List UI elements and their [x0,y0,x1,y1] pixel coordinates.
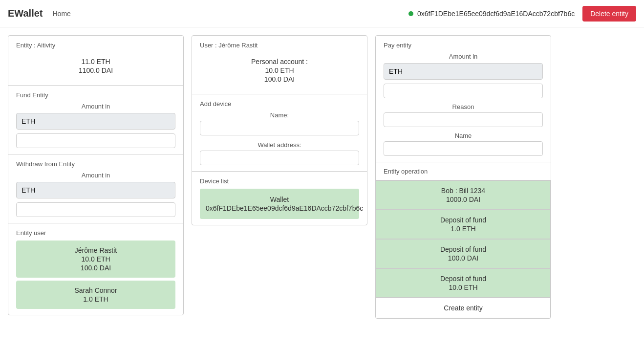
wallet-address-label: Wallet address: [200,141,359,149]
op-line1: Bob : Bill 1234 [381,187,545,195]
header: EWallet Home 0x6fF1DEbe1E65ee09dcf6d9aE1… [0,0,644,27]
list-item[interactable]: Deposit of fund 1.0 ETH [376,210,551,239]
left-panel: Entity : Aitivity 11.0 ETH 1100.0 DAI Fu… [8,35,184,315]
list-item[interactable]: Jérôme Rastit 10.0 ETH 100.0 DAI [16,241,175,278]
entity-eth-value: 11.0 ETH [16,58,175,66]
user-dai-value: 100.0 DAI [200,75,359,83]
entity-user-title: Entity user [16,229,175,237]
list-item[interactable]: Deposit of fund 10.0 ETH [376,268,551,298]
reason-input[interactable] [384,112,543,127]
entity-section: Entity : Aitivity 11.0 ETH 1100.0 DAI [8,36,183,86]
list-item[interactable]: Sarah Connor 1.0 ETH [16,281,175,309]
user-name: Sarah Connor [21,286,171,294]
op-line2: 10.0 ETH [381,284,545,291]
wallet-address-input[interactable] [200,151,359,165]
op-line2: 100.0 DAI [381,254,545,262]
list-item[interactable]: Deposit of fund 100.0 DAI [376,239,551,268]
fund-amount-input[interactable] [16,133,175,148]
device-name-input[interactable] [200,121,359,135]
entity-op-title: Entity operation [384,168,428,175]
personal-account-label: Personal account : [200,58,359,66]
op-line2: 1.0 ETH [381,225,545,233]
reason-label: Reason [384,103,543,110]
user-dai: 100.0 DAI [21,264,171,272]
entity-operation-section: Entity operation Bob : Bill 1234 1000.0 … [376,162,551,318]
operation-list: Bob : Bill 1234 1000.0 DAI Deposit of fu… [376,180,551,318]
withdraw-title: Withdraw from Entity [16,160,175,168]
entity-title: Entity : Aitivity [16,42,175,49]
pay-amount-input[interactable] [384,84,543,98]
user-title: User : Jérôme Rastit [200,42,359,49]
name-label: Name [384,132,543,139]
wallet-address-display: 0x6fF1DEbe1E65ee09dcf6d9aE16DAccb72cbf7b… [408,10,575,18]
op-line1: Create entity [381,304,545,312]
brand-logo: EWallet [8,8,43,19]
user-info: Personal account : 10.0 ETH 100.0 DAI [200,53,359,88]
withdraw-amount-input[interactable] [16,202,175,217]
device-name-label: Name: [200,111,359,119]
header-right: 0x6fF1DEbe1E65ee09dcf6d9aE16DAccb72cbf7b… [408,6,636,22]
list-item[interactable]: Bob : Bill 1234 1000.0 DAI [376,180,551,210]
withdraw-entity-section: Withdraw from Entity Amount in ETH DAI [8,154,183,223]
home-link[interactable]: Home [53,10,71,18]
entity-user-section: Entity user Jérôme Rastit 10.0 ETH 100.0… [8,223,183,315]
pay-entity-title: Pay entity [384,42,543,49]
op-line1: Deposit of fund [381,245,545,253]
device-address: 0x6fF1DEbe1E65ee09dcf6d9aE16DAccb72cbf7b… [206,204,353,212]
wallet-address-text: 0x6fF1DEbe1E65ee09dcf6d9aE16DAccb72cbf7b… [417,10,575,18]
entity-values: 11.0 ETH 1100.0 DAI [16,53,175,79]
list-item[interactable]: Wallet 0x6fF1DEbe1E65ee09dcf6d9aE16DAccb… [200,189,359,219]
device-list-title: Device list [200,177,359,185]
connection-status-icon [408,11,413,16]
withdraw-amount-label: Amount in [16,172,175,179]
middle-panel: User : Jérôme Rastit Personal account : … [192,35,367,225]
device-list-section: Device list Wallet 0x6fF1DEbe1E65ee09dcf… [192,172,367,225]
fund-entity-section: Fund Entity Amount in ETH DAI [8,86,183,154]
pay-amount-label: Amount in [384,53,543,60]
fund-amount-label: Amount in [16,103,175,110]
main-content: Entity : Aitivity 11.0 ETH 1100.0 DAI Fu… [0,27,644,327]
device-label: Wallet [206,196,353,203]
right-panel: Pay entity Amount in ETH DAI Reason Name… [375,35,551,319]
fund-currency-select[interactable]: ETH DAI [16,113,175,130]
pay-entity-header: Pay entity Amount in ETH DAI Reason Name [376,36,551,162]
add-device-title: Add device [200,100,359,108]
user-name: Jérôme Rastit [21,246,171,254]
user-eth-value: 10.0 ETH [200,66,359,74]
op-line2: 1000.0 DAI [381,196,545,203]
user-eth: 1.0 ETH [21,295,171,303]
name-input[interactable] [384,141,543,156]
op-line1: Deposit of fund [381,275,545,283]
fund-entity-title: Fund Entity [16,91,175,99]
user-section: User : Jérôme Rastit Personal account : … [192,36,367,94]
op-line1: Deposit of fund [381,216,545,224]
add-device-section: Add device Name: Wallet address: [192,94,367,172]
pay-currency-select[interactable]: ETH DAI [384,63,543,80]
user-eth: 10.0 ETH [21,255,171,263]
user-list: Jérôme Rastit 10.0 ETH 100.0 DAI Sarah C… [16,241,175,309]
entity-dai-value: 1100.0 DAI [16,66,175,74]
delete-entity-button[interactable]: Delete entity [582,6,636,22]
list-item[interactable]: Create entity [376,298,551,318]
withdraw-currency-select[interactable]: ETH DAI [16,182,175,198]
